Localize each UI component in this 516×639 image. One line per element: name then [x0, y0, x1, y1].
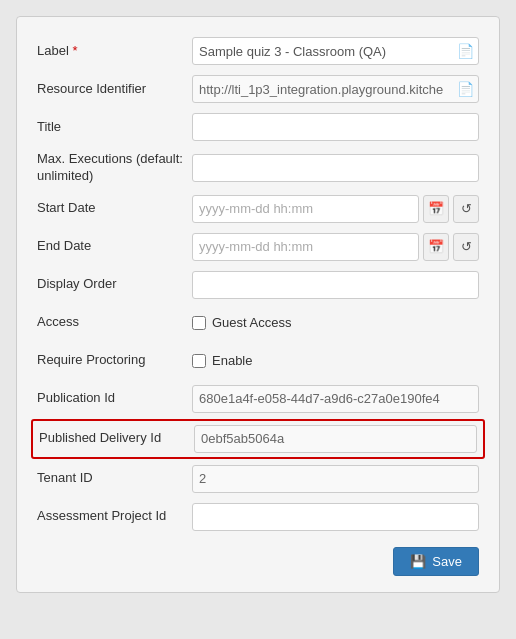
save-icon: 💾	[410, 554, 426, 569]
tenant-id-row: Tenant ID	[37, 461, 479, 497]
require-proctoring-row: Require Proctoring Enable	[37, 343, 479, 379]
end-date-reset-btn[interactable]: ↺	[453, 233, 479, 261]
published-delivery-id-wrap	[194, 425, 477, 453]
title-row: Title	[37, 109, 479, 145]
publication-id-row: Publication Id	[37, 381, 479, 417]
resource-identifier-row: Resource Identifier 📄	[37, 71, 479, 107]
access-label: Access	[37, 314, 192, 331]
assessment-project-id-label: Assessment Project Id	[37, 508, 192, 525]
resource-identifier-icon[interactable]: 📄	[455, 79, 475, 99]
label-row: Label * 📄	[37, 33, 479, 69]
label-icon[interactable]: 📄	[455, 41, 475, 61]
start-date-input[interactable]	[192, 195, 419, 223]
tenant-id-label: Tenant ID	[37, 470, 192, 487]
resource-identifier-wrap: 📄	[192, 75, 479, 103]
access-checkbox-wrap: Guest Access	[192, 315, 291, 330]
form-footer: 💾 Save	[37, 547, 479, 576]
tenant-id-input[interactable]	[192, 465, 479, 493]
published-delivery-id-label: Published Delivery Id	[39, 430, 194, 447]
max-executions-label: Max. Executions (default: unlimited)	[37, 151, 192, 185]
label-input-group: 📄	[192, 37, 479, 65]
end-date-controls: 📅 ↺	[192, 233, 479, 261]
title-label: Title	[37, 119, 192, 136]
assessment-project-id-row: Assessment Project Id	[37, 499, 479, 535]
save-button[interactable]: 💾 Save	[393, 547, 479, 576]
start-date-calendar-btn[interactable]: 📅	[423, 195, 449, 223]
end-date-wrap: 📅 ↺	[192, 233, 479, 261]
start-date-reset-btn[interactable]: ↺	[453, 195, 479, 223]
access-row: Access Guest Access	[37, 305, 479, 341]
require-proctoring-checkbox-label: Enable	[212, 353, 252, 368]
start-date-row: Start Date 📅 ↺	[37, 191, 479, 227]
end-date-calendar-btn[interactable]: 📅	[423, 233, 449, 261]
access-checkbox[interactable]	[192, 316, 206, 330]
published-delivery-id-row: Published Delivery Id	[31, 419, 485, 459]
access-wrap: Guest Access	[192, 315, 479, 330]
display-order-input[interactable]	[192, 271, 479, 299]
title-input[interactable]	[192, 113, 479, 141]
start-date-controls: 📅 ↺	[192, 195, 479, 223]
resource-identifier-input[interactable]	[192, 75, 479, 103]
max-executions-wrap	[192, 154, 479, 182]
require-proctoring-checkbox-wrap: Enable	[192, 353, 252, 368]
display-order-label: Display Order	[37, 276, 192, 293]
published-delivery-id-input[interactable]	[194, 425, 477, 453]
require-proctoring-wrap: Enable	[192, 353, 479, 368]
end-date-row: End Date 📅 ↺	[37, 229, 479, 265]
assessment-project-id-wrap	[192, 503, 479, 531]
require-proctoring-label: Require Proctoring	[37, 352, 192, 369]
save-button-label: Save	[432, 554, 462, 569]
start-date-wrap: 📅 ↺	[192, 195, 479, 223]
resource-identifier-input-group: 📄	[192, 75, 479, 103]
max-executions-input[interactable]	[192, 154, 479, 182]
access-checkbox-label: Guest Access	[212, 315, 291, 330]
display-order-wrap	[192, 271, 479, 299]
title-wrap	[192, 113, 479, 141]
resource-identifier-label: Resource Identifier	[37, 81, 192, 98]
assessment-project-id-input[interactable]	[192, 503, 479, 531]
publication-id-wrap	[192, 385, 479, 413]
start-date-label: Start Date	[37, 200, 192, 217]
tenant-id-wrap	[192, 465, 479, 493]
label-field-label: Label *	[37, 43, 192, 60]
form-container: Label * 📄 Resource Identifier 📄 Title Ma…	[16, 16, 500, 593]
display-order-row: Display Order	[37, 267, 479, 303]
max-executions-row: Max. Executions (default: unlimited)	[37, 147, 479, 189]
end-date-label: End Date	[37, 238, 192, 255]
end-date-input[interactable]	[192, 233, 419, 261]
label-field-wrap: 📄	[192, 37, 479, 65]
require-proctoring-checkbox[interactable]	[192, 354, 206, 368]
label-input[interactable]	[192, 37, 479, 65]
publication-id-input[interactable]	[192, 385, 479, 413]
publication-id-label: Publication Id	[37, 390, 192, 407]
